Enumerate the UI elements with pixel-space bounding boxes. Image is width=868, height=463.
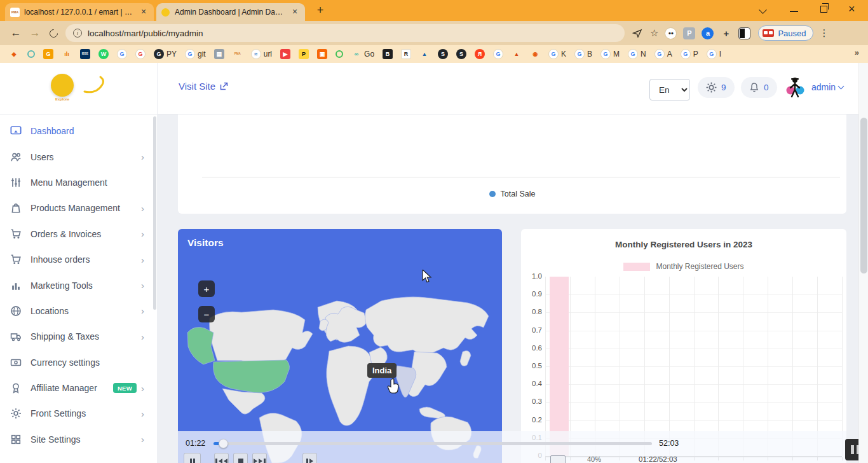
- github-bookmark[interactable]: GPY: [154, 49, 177, 59]
- browser-menu-icon[interactable]: ⋮: [820, 27, 829, 39]
- bookmark-label: url: [264, 50, 272, 59]
- google-bookmark[interactable]: G: [135, 49, 146, 59]
- google-bookmark[interactable]: GM: [600, 49, 620, 59]
- settings-button[interactable]: 9: [698, 77, 735, 98]
- seek-slider[interactable]: [214, 442, 652, 445]
- bookmarks-overflow-chevron[interactable]: »: [855, 48, 859, 57]
- y-axis-tick-label: 0.6: [521, 344, 542, 352]
- google-bookmark[interactable]: GP: [681, 49, 698, 59]
- sidebar-item-locations[interactable]: Locations›: [0, 298, 157, 324]
- avatar[interactable]: [783, 76, 806, 99]
- close-tab-icon[interactable]: ×: [290, 7, 300, 17]
- person-extension-icon[interactable]: P: [683, 27, 695, 39]
- map-zoom-in-button[interactable]: +: [198, 280, 215, 297]
- sidebar-scrollbar[interactable]: [153, 116, 156, 310]
- sidebar-item-products-management[interactable]: Products Management›: [0, 195, 157, 221]
- google-bookmark[interactable]: GN: [628, 49, 646, 59]
- s-dark-bookmark[interactable]: S: [456, 49, 466, 59]
- a-extension-icon[interactable]: a: [702, 27, 714, 39]
- back-button[interactable]: ←: [6, 27, 25, 39]
- admin-menu[interactable]: admin: [811, 82, 843, 92]
- sales-legend[interactable]: Total Sale: [178, 190, 846, 198]
- google-bookmark[interactable]: G: [117, 49, 127, 59]
- analytics-bookmark[interactable]: ılı: [62, 49, 72, 59]
- sidebar-item-affiliate-manager[interactable]: Affiliate ManagerNEW›: [0, 375, 157, 401]
- bar-january[interactable]: [550, 277, 569, 456]
- bookmark-star-icon[interactable]: ☆: [650, 27, 658, 39]
- orange-tile-bookmark[interactable]: G: [43, 49, 53, 59]
- step-button[interactable]: [302, 453, 317, 463]
- whatsapp-bookmark[interactable]: W: [98, 49, 109, 59]
- google-bookmark[interactable]: GA: [654, 49, 672, 59]
- window-restore-button[interactable]: [820, 6, 827, 13]
- mountains-bookmark[interactable]: ▲: [419, 49, 430, 59]
- visit-site-link[interactable]: Visit Site: [179, 81, 228, 92]
- forward-button[interactable]: →: [25, 27, 44, 39]
- skip-back-button[interactable]: [214, 453, 229, 463]
- google-bookmark[interactable]: GK: [548, 49, 566, 59]
- refresh-button[interactable]: [48, 27, 59, 39]
- google-bookmark[interactable]: G: [493, 49, 503, 59]
- ieee-bookmark[interactable]: IEEE: [80, 49, 90, 59]
- page-scrollbar-thumb[interactable]: [860, 118, 867, 273]
- pause-button[interactable]: [184, 453, 201, 463]
- p-yellow-bookmark[interactable]: P: [299, 49, 309, 59]
- sidebar-item-users[interactable]: Users›: [0, 144, 157, 169]
- eye-bookmark[interactable]: ◉: [530, 49, 540, 59]
- visit-site-label: Visit Site: [179, 81, 215, 92]
- diamond-bookmark[interactable]: ◆: [9, 49, 19, 59]
- site-logo[interactable]: [51, 74, 74, 97]
- site-info-icon[interactable]: i: [73, 29, 82, 38]
- window-chevron-icon[interactable]: [759, 6, 767, 14]
- tab-phpmyadmin[interactable]: PMA localhost / 127.0.0.1 / emart | php …: [5, 3, 154, 21]
- window-close-button[interactable]: ×: [848, 3, 855, 16]
- youtube-bookmark[interactable]: ▶: [280, 49, 290, 59]
- sidebar-item-currency-settings[interactable]: Currency settings: [0, 350, 157, 375]
- sidebar-item-label: Site Settings: [31, 434, 81, 445]
- google-bookmark[interactable]: GI: [707, 49, 721, 59]
- chart-legend[interactable]: Monthly Registered Users: [521, 262, 846, 271]
- puzzle-extensions-icon[interactable]: +: [720, 27, 732, 39]
- eagle-bookmark[interactable]: B: [383, 49, 393, 59]
- sidebar-item-orders-invoices[interactable]: Orders & Invoices›: [0, 221, 157, 247]
- yandex-bookmark[interactable]: Я: [475, 49, 485, 59]
- speedtest-bookmark[interactable]: ≈url: [251, 49, 272, 59]
- sidebar-item-marketing-tools[interactable]: Marketing Tools›: [0, 272, 157, 298]
- green-ring-bookmark[interactable]: [336, 50, 343, 58]
- speed-chip[interactable]: [550, 455, 566, 463]
- google-bookmark[interactable]: Ggit: [185, 49, 206, 59]
- reader-mode-icon[interactable]: [738, 27, 750, 39]
- gray-device-bookmark[interactable]: ▤: [214, 49, 224, 59]
- s-dark-bookmark[interactable]: S: [438, 49, 448, 59]
- teal-ring-bookmark[interactable]: [27, 50, 35, 58]
- matlab-bookmark[interactable]: ▲: [512, 49, 522, 59]
- skip-forward-button[interactable]: [252, 453, 267, 463]
- gridline: [620, 277, 620, 456]
- google-bookmark[interactable]: GB: [574, 49, 592, 59]
- page-scrollbar[interactable]: [858, 63, 868, 463]
- sidebar-item-front-settings[interactable]: Front Settings›: [0, 401, 157, 426]
- sidebar-item-site-settings[interactable]: Site Settings›: [0, 427, 157, 452]
- paused-extension-button[interactable]: Paused: [758, 25, 813, 41]
- sidebar-item-dashboard[interactable]: Dashboard: [0, 118, 157, 144]
- language-select[interactable]: En: [649, 79, 690, 100]
- seek-thumb[interactable]: [219, 439, 228, 448]
- close-tab-icon[interactable]: ×: [139, 7, 149, 17]
- share-icon[interactable]: [632, 28, 642, 38]
- runner-bookmark[interactable]: R: [401, 49, 411, 59]
- address-bar[interactable]: i localhost/mart/public/myadmin: [65, 24, 625, 42]
- tab-admin-dashboard[interactable]: Admin Dashboard | Admin Dashb ×: [156, 3, 305, 21]
- panda-extension-icon[interactable]: ••: [665, 27, 677, 39]
- window-minimize-button[interactable]: [790, 11, 798, 12]
- sidebar-item-shipping-taxes[interactable]: Shipping & Taxes›: [0, 324, 157, 349]
- map-zoom-out-button[interactable]: −: [198, 306, 215, 322]
- phpmyadmin-bookmark[interactable]: PMA: [233, 49, 243, 59]
- new-tab-button[interactable]: +: [313, 3, 328, 18]
- camera-bookmark[interactable]: ▣: [317, 49, 327, 59]
- notifications-button[interactable]: 0: [741, 77, 777, 98]
- sidebar-item-inhouse-orders[interactable]: Inhouse orders›: [0, 247, 157, 272]
- chart-plot-area: [545, 277, 842, 456]
- stop-button[interactable]: [233, 453, 248, 463]
- godaddy-bookmark[interactable]: ∞Go: [351, 49, 374, 59]
- sidebar-item-menu-management[interactable]: Menu Management: [0, 170, 157, 195]
